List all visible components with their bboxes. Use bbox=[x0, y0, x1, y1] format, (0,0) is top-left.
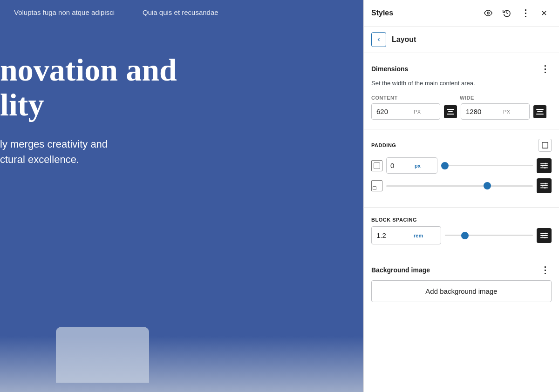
styles-panel: Styles ⋮ bbox=[363, 0, 559, 392]
more-options-button[interactable]: ⋮ bbox=[518, 6, 533, 20]
unlink-icon bbox=[542, 142, 548, 149]
spacing-value-input[interactable] bbox=[372, 227, 414, 244]
wide-input[interactable] bbox=[461, 104, 503, 119]
bg-more-button[interactable]: ⋮ bbox=[539, 264, 552, 277]
panel-title: Styles bbox=[371, 9, 393, 17]
back-nav-title: Layout bbox=[392, 35, 416, 44]
chevron-left-icon bbox=[376, 36, 382, 43]
padding-header: PADDING bbox=[371, 139, 552, 152]
svg-rect-16 bbox=[540, 183, 548, 184]
padding-side-icon-1 bbox=[371, 160, 382, 171]
eye-button[interactable] bbox=[481, 6, 496, 20]
block-spacing-title: BLOCK SPACING bbox=[371, 217, 417, 223]
padding-settings-btn-2[interactable] bbox=[537, 178, 552, 193]
wide-align-icon[interactable] bbox=[533, 105, 546, 118]
padding-slider-track-1 bbox=[441, 165, 533, 166]
close-button[interactable] bbox=[537, 6, 552, 20]
content-input-group: PX bbox=[371, 103, 440, 120]
add-background-image-button[interactable]: Add background image bbox=[371, 280, 552, 302]
preview-nav: Voluptas fuga non atque adipisci Quia qu… bbox=[0, 0, 363, 25]
padding-title: PADDING bbox=[371, 142, 396, 148]
svg-rect-21 bbox=[545, 187, 545, 189]
preview-bottom bbox=[0, 336, 363, 392]
sliders-icon-1 bbox=[540, 162, 548, 169]
wide-align-svg bbox=[536, 109, 544, 115]
padding-side-icon-2 bbox=[371, 180, 382, 191]
padding-section: PADDING px bbox=[364, 129, 559, 208]
svg-rect-3 bbox=[447, 109, 454, 110]
preview-card bbox=[56, 327, 149, 383]
history-icon bbox=[503, 9, 511, 17]
dimensions-more-button[interactable]: ⋮ bbox=[539, 62, 552, 75]
spacing-settings-btn[interactable] bbox=[537, 228, 552, 243]
svg-rect-11 bbox=[540, 165, 548, 166]
preview-panel: Voluptas fuga non atque adipisci Quia qu… bbox=[0, 0, 363, 392]
svg-rect-13 bbox=[545, 162, 546, 164]
padding-slider-row-1: px bbox=[371, 157, 552, 174]
wide-input-group: PX bbox=[461, 103, 530, 120]
svg-rect-10 bbox=[540, 163, 548, 164]
padding-settings-btn-1[interactable] bbox=[537, 158, 552, 173]
padding-slider-row-2 bbox=[371, 178, 552, 193]
dim-labels: CONTENT WIDE bbox=[371, 95, 552, 101]
svg-rect-27 bbox=[545, 237, 545, 238]
svg-rect-20 bbox=[542, 185, 543, 187]
panel-header: Styles ⋮ bbox=[364, 0, 559, 27]
back-button[interactable] bbox=[371, 32, 386, 47]
dim-inputs-row: PX PX bbox=[371, 103, 552, 120]
svg-rect-19 bbox=[545, 183, 546, 185]
wide-unit: PX bbox=[503, 109, 514, 115]
content-align-svg bbox=[447, 109, 454, 115]
history-button[interactable] bbox=[499, 6, 514, 20]
svg-rect-15 bbox=[545, 167, 545, 169]
padding-input-group-1: px bbox=[386, 157, 533, 174]
spacing-slider-wrap bbox=[445, 235, 533, 236]
content-align-icon[interactable] bbox=[444, 105, 457, 118]
padding-unit-btn-1[interactable]: px bbox=[415, 163, 424, 169]
padding-range-1[interactable] bbox=[441, 165, 533, 166]
svg-rect-26 bbox=[542, 235, 543, 237]
svg-rect-24 bbox=[540, 237, 548, 238]
eye-icon bbox=[484, 9, 492, 17]
svg-rect-8 bbox=[536, 114, 544, 115]
dimensions-desc: Set the width of the main content area. bbox=[371, 79, 552, 88]
spacing-input-group: rem bbox=[371, 226, 441, 244]
block-spacing-header: BLOCK SPACING bbox=[371, 217, 552, 223]
dimensions-more-icon: ⋮ bbox=[540, 63, 550, 74]
dimensions-title: Dimensions bbox=[371, 65, 408, 73]
bg-section-header: Background image ⋮ bbox=[371, 264, 552, 277]
bg-section-title: Background image bbox=[371, 266, 430, 274]
background-image-section: Background image ⋮ Add background image bbox=[364, 254, 559, 311]
svg-rect-17 bbox=[540, 185, 548, 186]
sliders-icon-3 bbox=[540, 232, 548, 239]
wide-label: WIDE bbox=[460, 95, 530, 101]
svg-point-0 bbox=[487, 12, 490, 14]
preview-hero: novation and lity ly merges creativity a… bbox=[0, 25, 363, 167]
spacing-unit: rem bbox=[414, 233, 427, 238]
padding-value-1[interactable] bbox=[387, 158, 415, 173]
preview-hero-subtitle: ly merges creativity and ctural excellen… bbox=[0, 136, 177, 167]
spacing-range[interactable] bbox=[445, 235, 533, 236]
svg-rect-22 bbox=[540, 233, 548, 234]
spacing-row: rem bbox=[371, 226, 552, 244]
close-icon bbox=[540, 9, 548, 17]
content-input[interactable] bbox=[372, 104, 414, 119]
padding-range-2[interactable] bbox=[386, 185, 533, 187]
more-vert-icon: ⋮ bbox=[521, 8, 531, 18]
padding-slider-track-2 bbox=[386, 185, 533, 187]
svg-rect-9 bbox=[542, 142, 548, 148]
block-spacing-section: BLOCK SPACING rem bbox=[364, 208, 559, 254]
content-label: CONTENT bbox=[371, 95, 441, 101]
svg-rect-12 bbox=[540, 167, 548, 168]
padding-input-1: px bbox=[386, 157, 437, 174]
content-unit: PX bbox=[414, 109, 424, 115]
svg-rect-25 bbox=[545, 232, 546, 234]
dimensions-section: Dimensions ⋮ Set the width of the main c… bbox=[364, 53, 559, 129]
svg-rect-18 bbox=[540, 188, 548, 189]
padding-unlink-button[interactable] bbox=[539, 139, 552, 152]
dimensions-header: Dimensions ⋮ bbox=[371, 62, 552, 75]
bg-more-icon: ⋮ bbox=[540, 264, 550, 276]
svg-rect-6 bbox=[536, 109, 544, 110]
nav-item-2: Quia quis et recusandae bbox=[143, 8, 218, 16]
svg-rect-14 bbox=[542, 165, 543, 167]
